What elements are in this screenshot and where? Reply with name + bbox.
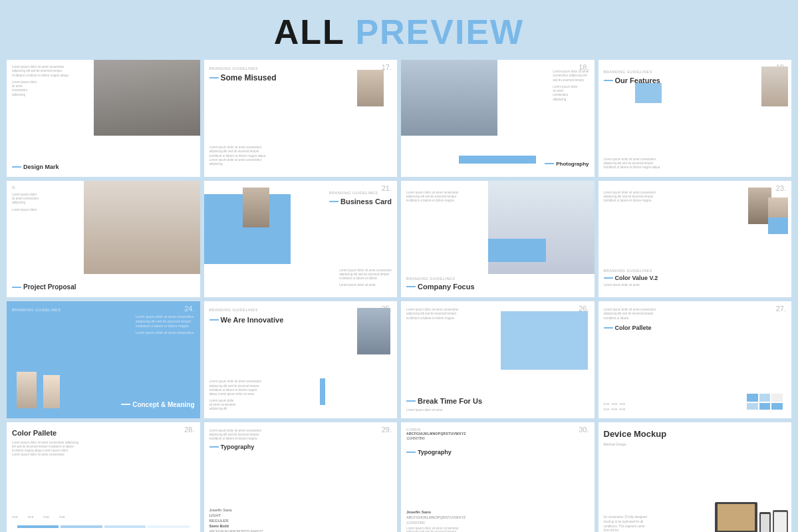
abc-29: ABCFGHIJKLMNOPQRSTUVWXYZ [209,529,263,532]
card-27-title: Color Pallete [615,325,652,331]
card-17-title: Some Misused [221,73,277,82]
card-30-num: 30. [579,426,589,434]
font-name-29: Josefin Sans [209,508,263,512]
card-22-bar [406,286,416,287]
card-16: 16. Lorem ipsum dolor sit amet consectet… [7,60,200,177]
card-19-subtitle: BRANDING GUIDELINES [604,70,660,74]
card-16-bar [12,166,21,168]
card-27-num: 27. [776,305,786,313]
card-24-image1 [17,372,37,408]
card-20-image [84,181,200,274]
card-24-image2 [43,375,60,408]
card-25-subtitle: BRANDING GUIDELINES [209,308,284,312]
card-24-title: Concept & Meaning [132,401,194,408]
card-23-num: 23. [776,184,786,192]
header-all: ALL [274,13,344,51]
card-22-title: Company Focus [418,283,475,291]
card-24-num: 24. [184,305,194,313]
card-27: 27. Lorem ipsum dolor sit amet consectet… [598,301,792,418]
card-19-image [761,66,788,106]
card-24-bar [121,404,130,405]
card-31: Device Mockup Do consectetur 15 fully de… [598,422,792,533]
preview-grid: 16. Lorem ipsum dolor sit amet consectet… [0,60,798,532]
card-21-image [243,188,269,227]
card-22-subtitle: BRANDING GUIDELINES [406,277,475,281]
card-25-bar [209,319,219,321]
card-23-title: Color Value V.2 [615,275,658,281]
header-preview: PREVIEW [355,13,524,51]
card-30: 30. Cards ABCFGHIJKLMNOPQRSTUVWXYZ 12345… [401,422,595,533]
card-22-accent [488,239,546,262]
card-24: 24. BRANDING GUIDELINES Lorem ipsum dolo… [7,301,200,418]
card-19-bar [604,80,613,81]
card-29-num: 29. [382,426,392,434]
laptop [715,502,757,532]
card-27-swatches [741,388,788,415]
card-17: 17. BRANDING GUIDELINES Some Misused Lor… [204,60,398,177]
card-23-accent [768,217,788,234]
card-25-image [357,308,390,354]
card-16-image [94,60,200,136]
card-25-accent [320,378,325,405]
card-29-title: Typography [221,444,255,450]
card-17-bar [209,77,219,78]
card-27-bar [604,327,613,329]
card-20-bar [12,287,21,288]
card-18-accent [459,156,536,164]
card-16-title: Design Mark [23,164,59,170]
tablet [773,510,788,532]
phone [759,512,771,532]
card-26-title: Break Time For Us [418,397,482,405]
abc-30: ABCFGHIJKLMNOPQRSTUVWXYZ [406,432,466,436]
card-17-image [357,70,384,106]
card-25-title: We Are Innovative [221,316,284,324]
card-28-swatches [12,520,195,532]
card-18-title: Photography [556,161,589,167]
card-28: 28. Color Pallete Lorem ipsum dolor sit … [7,422,200,533]
header: ALL PREVIEW [0,0,798,60]
card-18-bar [545,163,554,164]
card-26: 26. Lorem ipsum dolor sit amet consectet… [401,301,595,418]
card-21-title: Business Card [340,198,392,205]
card-25: 25. BRANDING GUIDELINES We Are Innovativ… [204,301,398,418]
font-name-30: Josefin Sans [406,510,466,514]
card-23-subtitle: BRANDING GUIDELINES [604,269,658,273]
card-31-title: Device Mockup [604,429,667,439]
semibold-29: Semi Bold [209,524,263,528]
card-26-accent [501,311,588,370]
card-23: 23. Lorem ipsum dolor sit amet consectet… [598,181,792,298]
card-31-devices [715,485,788,532]
card-29-bar [209,446,219,448]
regular-29: REGULER [209,519,263,523]
card-20-title: Project Proposal [23,283,76,291]
card-19: 19. BRANDING GUIDELINES Our Features Lor… [598,60,792,177]
light-29: LIGHT [209,513,263,517]
card-21-subtitle: BRANDING GUIDELINES [329,191,392,195]
card-29: 29. Lorem ipsum dolor sit amet consectet… [204,422,398,533]
card-24-subtitle: BRANDING GUIDELINES [12,308,61,312]
card-17-subtitle: BRANDING GUIDELINES [209,66,277,70]
card-18: 18. Lorem ipsum dolor sit ametconsectetu… [401,60,595,177]
card-20: 20. 01 Lorem ipsum dolorsit amet consect… [7,181,200,298]
card-21-bar [329,201,338,202]
card-19-accent [635,83,662,103]
card-30-bar [406,452,416,453]
card-26-bar [406,400,416,402]
card-19-title: Our Features [615,76,660,84]
card-21: 21. BRANDING GUIDELINES Business Card Lo… [204,181,398,298]
card-18-image [401,60,497,136]
card-28-title: Color Pallete [12,429,57,437]
card-22: 22. Lorem ipsum dolor sit amet consectet… [401,181,595,298]
card-28-num: 28. [184,426,194,434]
card-23-bar [604,277,613,279]
abc-30-2: ABCFGHIJKLMNOPQRSTUVWXYZ [406,515,466,519]
card-30-title: Typography [418,449,452,456]
